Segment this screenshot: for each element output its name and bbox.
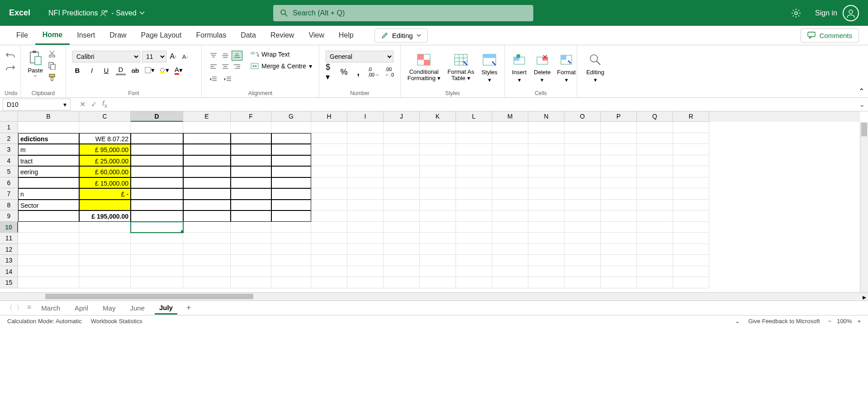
cell-J10[interactable] <box>384 222 420 233</box>
cell-F2[interactable] <box>231 133 271 144</box>
cell-H12[interactable] <box>311 244 347 255</box>
cell-I3[interactable] <box>347 144 384 155</box>
tab-insert[interactable]: Insert <box>70 27 102 44</box>
cell-B9[interactable] <box>18 210 79 222</box>
cell-J11[interactable] <box>384 233 420 244</box>
redo-button[interactable] <box>5 64 15 72</box>
cell-M6[interactable] <box>492 177 528 189</box>
cell-K14[interactable] <box>420 266 456 277</box>
cell-L14[interactable] <box>456 266 492 277</box>
chevron-down-icon[interactable]: ▾ <box>63 101 66 108</box>
cell-B6[interactable] <box>18 177 79 189</box>
cell-H2[interactable] <box>311 133 347 144</box>
cell-N8[interactable] <box>528 200 564 211</box>
column-header-N[interactable]: N <box>528 111 564 122</box>
cell-R4[interactable] <box>673 155 709 167</box>
cell-E12[interactable] <box>183 244 231 255</box>
scroll-right-button[interactable]: ▸ <box>863 293 866 301</box>
cell-C2[interactable]: WE 8.07.22 <box>79 133 131 144</box>
cell-R12[interactable] <box>673 244 709 255</box>
cell-B2[interactable]: edictions <box>18 133 79 144</box>
increase-indent-button[interactable] <box>223 74 232 84</box>
cell-R13[interactable] <box>673 255 709 266</box>
cell-B12[interactable] <box>18 244 79 255</box>
row-header-13[interactable]: 13 <box>0 255 18 266</box>
cell-J12[interactable] <box>384 244 420 255</box>
column-header-R[interactable]: R <box>673 111 709 122</box>
align-left-button[interactable] <box>208 62 219 72</box>
cell-I12[interactable] <box>347 244 384 255</box>
cell-M3[interactable] <box>492 144 528 155</box>
cell-D11[interactable] <box>131 233 183 244</box>
cell-K6[interactable] <box>420 177 456 189</box>
cell-I1[interactable] <box>347 122 384 133</box>
cell-H13[interactable] <box>311 255 347 266</box>
zoom-level[interactable]: 100% <box>837 318 852 325</box>
cell-R7[interactable] <box>673 188 709 200</box>
double-underline-button[interactable]: D <box>116 65 126 75</box>
cell-D8[interactable] <box>131 200 183 211</box>
cell-K1[interactable] <box>420 122 456 133</box>
cell-D15[interactable] <box>131 277 183 288</box>
cell-F9[interactable] <box>231 210 271 222</box>
cell-C13[interactable] <box>79 255 131 266</box>
column-header-C[interactable]: C <box>79 111 131 122</box>
search-input[interactable] <box>293 9 526 17</box>
collapse-ribbon-button[interactable]: ⌃ <box>859 87 864 96</box>
row-header-8[interactable]: 8 <box>0 200 18 211</box>
cell-D9[interactable] <box>131 210 183 222</box>
cell-G1[interactable] <box>271 122 311 133</box>
cell-L3[interactable] <box>456 144 492 155</box>
cell-B3[interactable]: m <box>18 144 79 155</box>
cell-F1[interactable] <box>231 122 271 133</box>
column-header-Q[interactable]: Q <box>637 111 673 122</box>
cell-L9[interactable] <box>456 210 492 222</box>
cell-H15[interactable] <box>311 277 347 288</box>
cell-P13[interactable] <box>601 255 637 266</box>
cell-Q7[interactable] <box>637 188 673 200</box>
cell-I8[interactable] <box>347 200 384 211</box>
fill-color-button[interactable]: ▾ <box>159 65 169 75</box>
feedback-button[interactable]: Give Feedback to Microsoft <box>748 318 820 325</box>
cell-J9[interactable] <box>384 210 420 222</box>
cell-J8[interactable] <box>384 200 420 211</box>
tab-view[interactable]: View <box>301 27 331 44</box>
cell-C12[interactable] <box>79 244 131 255</box>
format-painter-button[interactable] <box>48 73 56 81</box>
tab-draw[interactable]: Draw <box>102 27 133 44</box>
cell-G14[interactable] <box>271 266 311 277</box>
comma-button[interactable]: , <box>354 67 362 77</box>
cell-M11[interactable] <box>492 233 528 244</box>
row-header-14[interactable]: 14 <box>0 266 18 277</box>
undo-button[interactable] <box>5 52 15 59</box>
cell-F12[interactable] <box>231 244 271 255</box>
cell-L8[interactable] <box>456 200 492 211</box>
sheet-tab-march[interactable]: March <box>37 302 65 314</box>
cell-N15[interactable] <box>528 277 564 288</box>
expand-formula-bar-button[interactable]: ⌄ <box>859 100 868 109</box>
cell-G10[interactable] <box>271 222 311 233</box>
row-header-3[interactable]: 3 <box>0 144 18 155</box>
cell-Q15[interactable] <box>637 277 673 288</box>
cell-Q3[interactable] <box>637 144 673 155</box>
format-as-table-button[interactable]: Format AsTable ▾ <box>446 50 476 84</box>
cell-L10[interactable] <box>456 222 492 233</box>
tab-data[interactable]: Data <box>233 27 263 44</box>
cell-N13[interactable] <box>528 255 564 266</box>
shrink-font-button[interactable]: A↓ <box>180 52 190 62</box>
sheet-tab-april[interactable]: April <box>70 302 93 314</box>
row-header-12[interactable]: 12 <box>0 244 18 255</box>
cell-E11[interactable] <box>183 233 231 244</box>
vertical-scrollbar[interactable] <box>860 122 868 292</box>
cell-R8[interactable] <box>673 200 709 211</box>
cell-J13[interactable] <box>384 255 420 266</box>
cell-P7[interactable] <box>601 188 637 200</box>
cell-C4[interactable]: £ 25,000.00 <box>79 155 131 167</box>
cancel-formula-button[interactable]: ✕ <box>80 100 85 109</box>
cell-J3[interactable] <box>384 144 420 155</box>
cell-B10[interactable] <box>18 222 79 233</box>
cell-G15[interactable] <box>271 277 311 288</box>
cell-E1[interactable] <box>183 122 231 133</box>
align-top-button[interactable] <box>208 51 219 61</box>
cell-G5[interactable] <box>271 166 311 177</box>
